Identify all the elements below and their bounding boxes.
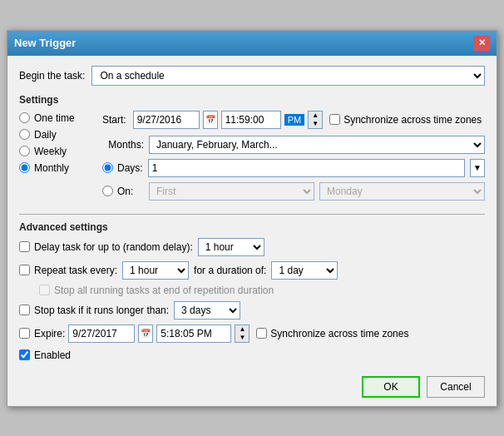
start-row: Start: 📅 PM ▲ ▼ Synchronize across time …: [102, 111, 485, 129]
repeat-checkbox-label[interactable]: Repeat task every:: [19, 265, 117, 276]
ampm-display[interactable]: PM: [284, 114, 305, 126]
begin-task-label: Begin the task:: [19, 70, 85, 82]
expire-calendar-btn[interactable]: 📅: [138, 325, 153, 343]
radio-weekly[interactable]: Weekly: [19, 146, 94, 157]
delay-select[interactable]: 1 hour: [198, 238, 264, 256]
delay-label: Delay task for up to (random delay):: [34, 241, 193, 253]
delay-checkbox-label[interactable]: Delay task for up to (random delay):: [19, 241, 193, 253]
stop-repetition-row: Stop all running tasks at end of repetit…: [19, 285, 485, 296]
expire-spin-up[interactable]: ▲: [235, 325, 249, 334]
radio-on-input[interactable]: [102, 186, 113, 196]
expire-sync-label[interactable]: Synchronize across time zones: [256, 328, 408, 339]
days-label: Days:: [117, 162, 143, 174]
start-date-input[interactable]: [133, 111, 200, 129]
sync-checkbox[interactable]: [329, 114, 340, 125]
months-select[interactable]: January, February, March...: [149, 136, 485, 154]
sync-checkbox-label[interactable]: Synchronize across time zones: [329, 114, 482, 126]
begin-task-row: Begin the task: On a schedule At log on …: [19, 66, 485, 86]
expire-label: Expire:: [34, 328, 65, 339]
repeat-select[interactable]: 1 hour: [122, 261, 189, 280]
start-label: Start:: [102, 114, 126, 126]
start-time-input[interactable]: [221, 111, 281, 129]
cancel-button[interactable]: Cancel: [427, 376, 485, 398]
radio-days[interactable]: Days:: [102, 162, 143, 174]
expire-spin-down[interactable]: ▼: [235, 334, 249, 342]
on-select1[interactable]: First: [149, 182, 314, 201]
title-bar: New Trigger ✕: [7, 31, 497, 56]
days-dropdown-btn[interactable]: ▼: [470, 159, 485, 177]
expire-time-input[interactable]: [156, 325, 231, 343]
radio-monthly[interactable]: Monthly: [19, 162, 94, 174]
stop-longer-checkbox[interactable]: [19, 305, 30, 315]
radio-onetime[interactable]: One time: [19, 112, 94, 124]
enabled-text: Enabled: [34, 349, 71, 361]
begin-task-select[interactable]: On a schedule At log on At startup: [91, 66, 485, 86]
days-value-input[interactable]: [148, 159, 465, 177]
radio-onetime-label: One time: [34, 112, 75, 124]
repeat-label: Repeat task every:: [34, 265, 117, 276]
for-duration-label: for a duration of:: [194, 265, 266, 276]
divider1: [19, 214, 485, 215]
expire-sync-checkbox[interactable]: [256, 328, 267, 339]
radio-weekly-label: Weekly: [34, 146, 67, 157]
stop-longer-text: Stop task if it runs longer than:: [34, 305, 169, 316]
months-label: Months:: [102, 139, 144, 151]
stop-longer-label[interactable]: Stop task if it runs longer than:: [19, 305, 169, 316]
on-row: On: First Monday: [102, 182, 485, 201]
duration-select[interactable]: 1 day: [271, 261, 338, 280]
delay-checkbox[interactable]: [19, 241, 30, 252]
on-label: On:: [117, 186, 133, 197]
for-duration-group: for a duration of: 1 day: [194, 261, 338, 280]
close-button[interactable]: ✕: [473, 36, 490, 51]
expire-time-spinner: ▲ ▼: [235, 325, 250, 343]
radio-weekly-input[interactable]: [19, 146, 30, 156]
stop-longer-row: Stop task if it runs longer than: 3 days: [19, 301, 485, 320]
radio-monthly-label: Monthly: [34, 162, 69, 174]
radio-days-input[interactable]: [102, 162, 113, 173]
right-settings: Start: 📅 PM ▲ ▼ Synchronize across time …: [94, 111, 485, 206]
time-spin-down[interactable]: ▼: [309, 120, 322, 128]
radio-onetime-input[interactable]: [19, 112, 30, 123]
ok-button[interactable]: OK: [362, 376, 420, 398]
expire-date-input[interactable]: [68, 325, 135, 343]
button-row: OK Cancel: [7, 369, 497, 406]
repeat-checkbox[interactable]: [19, 265, 30, 275]
enabled-row: Enabled: [19, 349, 485, 361]
new-trigger-dialog: New Trigger ✕ Begin the task: On a sched…: [7, 30, 497, 407]
stop-repetition-label[interactable]: Stop all running tasks at end of repetit…: [39, 285, 485, 296]
expire-checkbox-label[interactable]: Expire:: [19, 328, 65, 339]
stop-repetition-checkbox[interactable]: [39, 285, 50, 295]
radio-daily-input[interactable]: [19, 129, 30, 140]
stop-longer-select[interactable]: 3 days: [174, 301, 240, 320]
radio-on[interactable]: On:: [102, 186, 144, 197]
advanced-label: Advanced settings: [19, 221, 485, 233]
expire-row: Expire: 📅 ▲ ▼ Synchronize across time zo…: [19, 325, 485, 343]
radio-daily[interactable]: Daily: [19, 129, 94, 141]
stop-repetition-text: Stop all running tasks at end of repetit…: [54, 285, 274, 296]
dialog-title: New Trigger: [14, 37, 76, 49]
expire-checkbox[interactable]: [19, 328, 30, 339]
schedule-radio-group: One time Daily Weekly Monthly: [19, 111, 94, 206]
months-row: Months: January, February, March...: [102, 136, 485, 154]
dialog-body: Begin the task: On a schedule At log on …: [7, 56, 497, 369]
settings-area: One time Daily Weekly Monthly: [19, 111, 485, 206]
delay-task-row: Delay task for up to (random delay): 1 h…: [19, 238, 485, 256]
expire-sync-text: Synchronize across time zones: [270, 328, 408, 339]
on-select2[interactable]: Monday: [319, 182, 485, 201]
enabled-checkbox[interactable]: [19, 349, 30, 360]
days-row: Days: ▼: [102, 159, 485, 177]
radio-monthly-input[interactable]: [19, 162, 30, 173]
advanced-settings-section: Advanced settings Delay task for up to (…: [19, 221, 485, 343]
repeat-task-row: Repeat task every: 1 hour for a duration…: [19, 261, 485, 280]
time-spinner: ▲ ▼: [308, 111, 323, 129]
settings-section-label: Settings: [19, 94, 485, 106]
sync-label: Synchronize across time zones: [343, 114, 482, 126]
enabled-label[interactable]: Enabled: [19, 349, 71, 361]
time-spin-up[interactable]: ▲: [309, 111, 322, 120]
radio-daily-label: Daily: [34, 129, 57, 141]
calendar-button[interactable]: 📅: [203, 111, 218, 129]
